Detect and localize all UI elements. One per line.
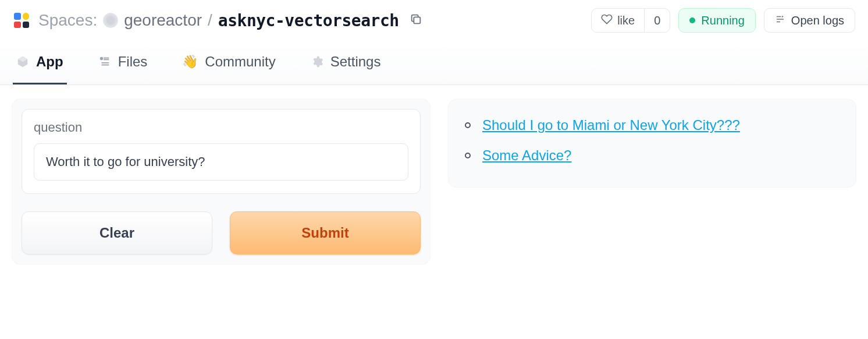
submit-button[interactable]: Submit xyxy=(230,211,421,255)
bullet-icon xyxy=(465,153,471,158)
header-bar: Spaces: georeactor / asknyc-vectorsearch… xyxy=(0,0,868,41)
question-input[interactable] xyxy=(34,143,408,181)
cube-icon xyxy=(16,55,29,68)
files-icon xyxy=(98,55,111,68)
like-label: like xyxy=(617,14,635,27)
list-item: Should I go to Miami or New York City??? xyxy=(465,110,839,140)
spaces-label: Spaces: xyxy=(38,11,97,30)
tabs-row: App Files 👋 Community Settings xyxy=(0,41,868,85)
repo-link[interactable]: asknyc-vectorsearch xyxy=(218,11,399,30)
tab-settings[interactable]: Settings xyxy=(307,41,385,84)
tab-community-label: Community xyxy=(205,54,275,70)
like-count: 0 xyxy=(645,14,670,27)
logs-label: Open logs xyxy=(791,14,844,27)
result-link[interactable]: Should I go to Miami or New York City??? xyxy=(482,117,740,133)
spaces-logo-icon xyxy=(13,12,30,29)
slash: / xyxy=(208,11,212,30)
heart-icon xyxy=(601,13,613,28)
results-list: Should I go to Miami or New York City???… xyxy=(465,110,839,171)
input-panel: question Clear Submit xyxy=(12,99,431,264)
like-group: like 0 xyxy=(591,8,670,33)
tab-app-label: App xyxy=(36,54,63,70)
owner-avatar[interactable] xyxy=(103,13,118,28)
open-logs-button[interactable]: Open logs xyxy=(764,8,855,33)
button-row: Clear Submit xyxy=(22,211,421,255)
tab-app[interactable]: App xyxy=(13,41,67,84)
logs-icon xyxy=(775,14,785,27)
tab-files-label: Files xyxy=(118,54,148,70)
tab-settings-label: Settings xyxy=(330,54,381,70)
gear-icon xyxy=(311,55,323,68)
tab-files[interactable]: Files xyxy=(95,41,151,84)
status-badge[interactable]: Running xyxy=(678,8,756,33)
list-item: Some Advice? xyxy=(465,140,839,171)
owner-link[interactable]: georeactor xyxy=(124,11,202,30)
svg-point-4 xyxy=(100,58,102,60)
status-dot-icon xyxy=(689,17,695,23)
question-label: question xyxy=(34,120,408,135)
main-content: question Clear Submit Should I go to Mia… xyxy=(0,85,868,278)
question-card: question xyxy=(22,109,421,194)
like-button[interactable]: like xyxy=(592,9,645,32)
breadcrumb: Spaces: georeactor / asknyc-vectorsearch xyxy=(38,11,399,30)
result-link[interactable]: Some Advice? xyxy=(482,147,571,164)
wave-emoji-icon: 👋 xyxy=(182,54,198,69)
results-panel: Should I go to Miami or New York City???… xyxy=(448,99,856,188)
status-text: Running xyxy=(701,14,745,27)
clear-button[interactable]: Clear xyxy=(22,211,212,255)
copy-name-icon[interactable] xyxy=(407,10,425,30)
bullet-icon xyxy=(465,122,471,128)
tab-community[interactable]: 👋 Community xyxy=(179,41,279,84)
svg-rect-0 xyxy=(414,17,420,23)
